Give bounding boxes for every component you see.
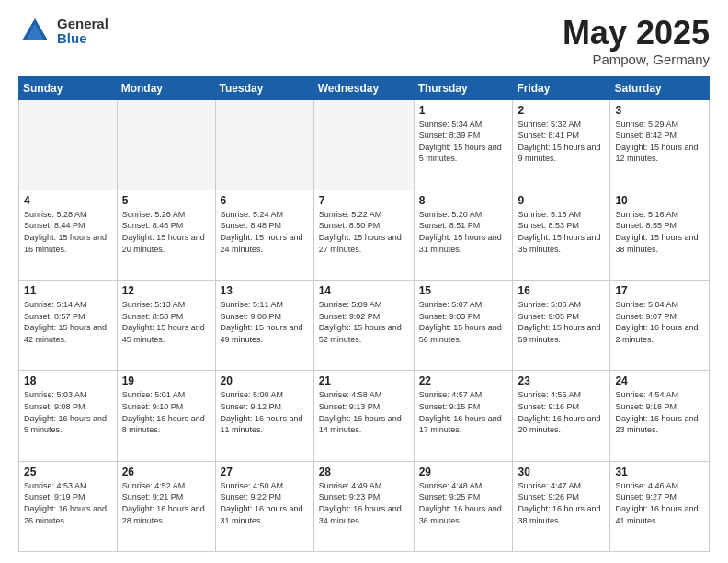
header-monday: Monday — [117, 76, 215, 99]
day-info: Sunrise: 5:20 AMSunset: 8:51 PMDaylight:… — [419, 209, 508, 255]
logo-icon — [18, 15, 51, 48]
calendar-day-cell: 11Sunrise: 5:14 AMSunset: 8:57 PMDayligh… — [19, 281, 118, 371]
calendar-day-cell: 20Sunrise: 5:00 AMSunset: 9:12 PMDayligh… — [215, 371, 313, 461]
calendar-day-cell: 4Sunrise: 5:28 AMSunset: 8:44 PMDaylight… — [19, 190, 118, 280]
day-info: Sunrise: 4:55 AMSunset: 9:16 PMDaylight:… — [518, 389, 605, 435]
day-number: 14 — [319, 284, 409, 297]
day-number: 24 — [615, 374, 704, 387]
calendar-day-cell: 13Sunrise: 5:11 AMSunset: 9:00 PMDayligh… — [215, 281, 313, 371]
day-info: Sunrise: 5:32 AMSunset: 8:41 PMDaylight:… — [518, 119, 605, 165]
day-number: 31 — [615, 465, 704, 478]
day-info: Sunrise: 5:24 AMSunset: 8:48 PMDaylight:… — [221, 209, 309, 255]
day-number: 3 — [615, 104, 704, 117]
day-number: 29 — [419, 465, 508, 478]
calendar-day-cell — [19, 99, 118, 190]
day-number: 6 — [221, 194, 309, 207]
calendar-day-cell: 26Sunrise: 4:52 AMSunset: 9:21 PMDayligh… — [117, 461, 215, 551]
header-thursday: Thursday — [414, 76, 513, 99]
day-info: Sunrise: 4:47 AMSunset: 9:26 PMDaylight:… — [518, 480, 605, 526]
day-number: 22 — [419, 374, 508, 387]
calendar-day-cell: 5Sunrise: 5:26 AMSunset: 8:46 PMDaylight… — [117, 190, 215, 280]
calendar-page: General Blue May 2025 Pampow, Germany Su… — [0, 0, 728, 563]
calendar-title: May 2025 — [563, 15, 710, 52]
calendar-day-cell — [117, 99, 215, 190]
header-friday: Friday — [513, 76, 610, 99]
logo: General Blue — [18, 15, 108, 48]
day-number: 21 — [319, 374, 409, 387]
calendar-week-row: 1Sunrise: 5:34 AMSunset: 8:39 PMDaylight… — [19, 99, 710, 190]
day-number: 9 — [518, 194, 605, 207]
title-block: May 2025 Pampow, Germany — [563, 15, 710, 67]
day-number: 23 — [518, 374, 605, 387]
day-number: 15 — [419, 284, 508, 297]
calendar-day-cell: 17Sunrise: 5:04 AMSunset: 9:07 PMDayligh… — [610, 281, 710, 371]
day-number: 17 — [615, 284, 704, 297]
calendar-day-cell: 10Sunrise: 5:16 AMSunset: 8:55 PMDayligh… — [610, 190, 710, 280]
calendar-day-cell: 19Sunrise: 5:01 AMSunset: 9:10 PMDayligh… — [117, 371, 215, 461]
day-number: 1 — [419, 104, 508, 117]
calendar-day-cell: 24Sunrise: 4:54 AMSunset: 9:18 PMDayligh… — [610, 371, 710, 461]
calendar-day-cell — [313, 99, 414, 190]
calendar-day-cell: 8Sunrise: 5:20 AMSunset: 8:51 PMDaylight… — [414, 190, 513, 280]
day-info: Sunrise: 5:22 AMSunset: 8:50 PMDaylight:… — [319, 209, 409, 255]
calendar-day-cell: 14Sunrise: 5:09 AMSunset: 9:02 PMDayligh… — [313, 281, 414, 371]
day-info: Sunrise: 5:01 AMSunset: 9:10 PMDaylight:… — [122, 389, 210, 435]
day-info: Sunrise: 5:09 AMSunset: 9:02 PMDaylight:… — [319, 299, 409, 345]
calendar-week-row: 11Sunrise: 5:14 AMSunset: 8:57 PMDayligh… — [19, 281, 710, 371]
calendar-day-cell: 18Sunrise: 5:03 AMSunset: 9:08 PMDayligh… — [19, 371, 118, 461]
day-info: Sunrise: 5:11 AMSunset: 9:00 PMDaylight:… — [221, 299, 309, 345]
calendar-day-cell: 30Sunrise: 4:47 AMSunset: 9:26 PMDayligh… — [513, 461, 610, 551]
day-info: Sunrise: 4:54 AMSunset: 9:18 PMDaylight:… — [615, 389, 704, 435]
day-info: Sunrise: 5:18 AMSunset: 8:53 PMDaylight:… — [518, 209, 605, 255]
calendar-day-cell — [215, 99, 313, 190]
calendar-week-row: 25Sunrise: 4:53 AMSunset: 9:19 PMDayligh… — [19, 461, 710, 551]
header-sunday: Sunday — [19, 76, 118, 99]
day-info: Sunrise: 5:14 AMSunset: 8:57 PMDaylight:… — [24, 299, 112, 345]
calendar-day-cell: 2Sunrise: 5:32 AMSunset: 8:41 PMDaylight… — [513, 99, 610, 190]
day-info: Sunrise: 4:48 AMSunset: 9:25 PMDaylight:… — [419, 480, 508, 526]
calendar-day-cell: 6Sunrise: 5:24 AMSunset: 8:48 PMDaylight… — [215, 190, 313, 280]
calendar-day-cell: 29Sunrise: 4:48 AMSunset: 9:25 PMDayligh… — [414, 461, 513, 551]
day-info: Sunrise: 5:03 AMSunset: 9:08 PMDaylight:… — [24, 389, 112, 435]
day-number: 25 — [24, 465, 112, 478]
day-number: 4 — [24, 194, 112, 207]
day-info: Sunrise: 4:58 AMSunset: 9:13 PMDaylight:… — [319, 389, 409, 435]
header-wednesday: Wednesday — [313, 76, 414, 99]
calendar-day-cell: 22Sunrise: 4:57 AMSunset: 9:15 PMDayligh… — [414, 371, 513, 461]
day-number: 28 — [319, 465, 409, 478]
calendar-table: Sunday Monday Tuesday Wednesday Thursday… — [18, 76, 710, 552]
calendar-day-cell: 15Sunrise: 5:07 AMSunset: 9:03 PMDayligh… — [414, 281, 513, 371]
calendar-day-cell: 7Sunrise: 5:22 AMSunset: 8:50 PMDaylight… — [313, 190, 414, 280]
day-number: 5 — [122, 194, 210, 207]
calendar-day-cell: 28Sunrise: 4:49 AMSunset: 9:23 PMDayligh… — [313, 461, 414, 551]
calendar-week-row: 4Sunrise: 5:28 AMSunset: 8:44 PMDaylight… — [19, 190, 710, 280]
day-number: 30 — [518, 465, 605, 478]
day-info: Sunrise: 5:13 AMSunset: 8:58 PMDaylight:… — [122, 299, 210, 345]
day-number: 13 — [221, 284, 309, 297]
day-info: Sunrise: 5:28 AMSunset: 8:44 PMDaylight:… — [24, 209, 112, 255]
day-info: Sunrise: 4:50 AMSunset: 9:22 PMDaylight:… — [221, 480, 309, 526]
header-saturday: Saturday — [610, 76, 710, 99]
day-info: Sunrise: 5:06 AMSunset: 9:05 PMDaylight:… — [518, 299, 605, 345]
day-number: 19 — [122, 374, 210, 387]
calendar-day-cell: 12Sunrise: 5:13 AMSunset: 8:58 PMDayligh… — [117, 281, 215, 371]
day-info: Sunrise: 5:34 AMSunset: 8:39 PMDaylight:… — [419, 119, 508, 165]
calendar-day-cell: 9Sunrise: 5:18 AMSunset: 8:53 PMDaylight… — [513, 190, 610, 280]
calendar-location: Pampow, Germany — [563, 52, 710, 67]
day-info: Sunrise: 4:52 AMSunset: 9:21 PMDaylight:… — [122, 480, 210, 526]
day-number: 12 — [122, 284, 210, 297]
day-info: Sunrise: 4:57 AMSunset: 9:15 PMDaylight:… — [419, 389, 508, 435]
day-info: Sunrise: 5:00 AMSunset: 9:12 PMDaylight:… — [221, 389, 309, 435]
day-number: 18 — [24, 374, 112, 387]
calendar-day-cell: 23Sunrise: 4:55 AMSunset: 9:16 PMDayligh… — [513, 371, 610, 461]
day-number: 8 — [419, 194, 508, 207]
logo-general-label: General — [57, 17, 108, 32]
day-info: Sunrise: 4:46 AMSunset: 9:27 PMDaylight:… — [615, 480, 704, 526]
day-number: 16 — [518, 284, 605, 297]
calendar-day-cell: 1Sunrise: 5:34 AMSunset: 8:39 PMDaylight… — [414, 99, 513, 190]
weekday-header-row: Sunday Monday Tuesday Wednesday Thursday… — [19, 76, 710, 99]
day-number: 10 — [615, 194, 704, 207]
day-number: 20 — [221, 374, 309, 387]
day-number: 2 — [518, 104, 605, 117]
day-info: Sunrise: 5:04 AMSunset: 9:07 PMDaylight:… — [615, 299, 704, 345]
